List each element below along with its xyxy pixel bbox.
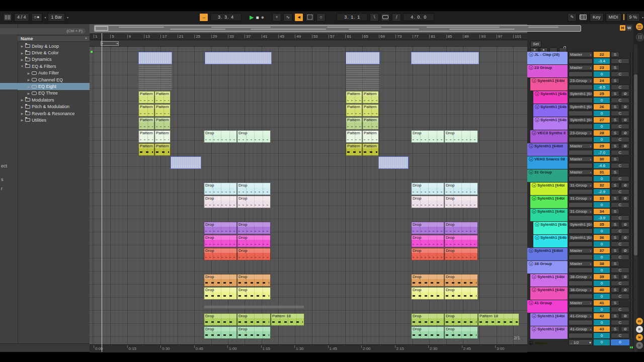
track-slider[interactable] (569, 98, 593, 103)
browser-item-dynamics[interactable]: ▶Dynamics (18, 56, 90, 63)
metronome-dropdown-icon[interactable]: ▾ (44, 16, 46, 19)
track-name[interactable]: ▾Sylenth1 [64bi (530, 78, 568, 90)
clip-audio[interactable] (346, 78, 379, 90)
track-solo-button[interactable]: S (611, 183, 619, 188)
disclosure-triangle-icon[interactable]: ▼ (21, 65, 24, 68)
track-slider[interactable] (569, 241, 593, 247)
track-output-select[interactable]: Sylenth1 [6/▾ (569, 222, 593, 227)
track-arm-button[interactable]: ⊘ (621, 287, 629, 293)
browser-item-channel-eq[interactable]: ▶Channel EQ (18, 76, 90, 83)
clip-drop[interactable]: Drop (237, 313, 271, 326)
track-name[interactable]: ▾Sylenth1 [64b (533, 91, 568, 104)
bar-ruler[interactable]: 1591317212529333741454953576165697377818… (90, 33, 527, 40)
track-pan-control[interactable]: C (611, 124, 629, 129)
clip-drop[interactable]: Drop (204, 313, 237, 326)
clip-drop[interactable]: Drop (237, 130, 271, 143)
overview-view-box[interactable] (95, 26, 108, 31)
disclosure-triangle-icon[interactable]: ▶ (21, 105, 24, 109)
track-output-select[interactable]: 23-Group▾ (569, 78, 593, 83)
track-name[interactable]: ▾Sylenth1 [64bi (530, 196, 568, 208)
computer-midi-keyboard-icon[interactable] (579, 13, 588, 22)
track-output-select[interactable]: Master▾ (569, 156, 593, 162)
track-arm-button[interactable]: ⊘ (621, 196, 629, 201)
lanes-circle-button[interactable] (636, 33, 644, 41)
track-name[interactable]: ▾Sylenth1 [64bi (530, 313, 568, 326)
automation-arm-icon[interactable]: ∿ (283, 13, 292, 22)
track-unfold-icon[interactable]: ▾ (529, 170, 533, 174)
fit-height-button[interactable]: H (620, 25, 625, 31)
track-unfold-icon[interactable]: ▾ (529, 65, 533, 70)
clip-pattern-1[interactable]: Pattern 1 (138, 91, 154, 104)
track-pan-control[interactable]: C (611, 254, 629, 260)
browser-item-drive-color[interactable]: ▶Drive & Color (18, 49, 90, 56)
track-unfold-icon[interactable]: ▾ (532, 327, 536, 331)
track-name[interactable]: ▾Sylenth1 [64bi (530, 183, 568, 195)
track-unfold-icon[interactable]: ▾ (532, 131, 536, 135)
track-solo-button[interactable]: S (611, 300, 619, 306)
clip-pattern-1[interactable]: Pattern 1 (346, 130, 362, 143)
track-slider[interactable] (569, 163, 593, 168)
track-unfold-icon[interactable]: ▾ (529, 261, 533, 266)
track-unfold-icon[interactable]: ▾ (529, 301, 533, 305)
track-output-select[interactable]: Sylenth1 [6/▾ (569, 104, 593, 110)
track-volume-value[interactable]: 0 (594, 111, 610, 116)
track-name[interactable]: ▾Sylenth1 [64b (533, 235, 568, 247)
track-volume-value[interactable]: 0 (594, 281, 610, 286)
track-slider[interactable] (569, 71, 593, 77)
loop-start[interactable]: 3. 1. 1 (337, 13, 368, 21)
track-solo-button[interactable]: S (611, 209, 619, 214)
disclosure-triangle-icon[interactable]: ▶ (27, 92, 30, 95)
track-slider[interactable] (569, 137, 593, 142)
clip-drop[interactable]: Drop (204, 183, 237, 195)
track-volume-value[interactable]: 0 (594, 228, 610, 234)
track-pan-control[interactable]: C (611, 71, 629, 77)
track-output-select[interactable]: 23-Group▾ (569, 130, 593, 136)
clip-pattern-1[interactable]: Pattern 1 (346, 91, 362, 104)
track-arm-button[interactable]: ⊘ (621, 91, 629, 97)
track-name[interactable]: ▾Sylenth1 [64b (533, 104, 568, 117)
track-volume-value[interactable]: 0 (594, 254, 610, 260)
track-solo-button[interactable]: S (611, 130, 619, 136)
quantize-dropdown-icon[interactable]: ▾ (67, 16, 68, 19)
track-name[interactable]: ▾41 Group (527, 300, 568, 313)
track-slider[interactable] (569, 294, 593, 299)
track-solo-button[interactable]: S (611, 117, 619, 123)
clip-audio[interactable] (378, 156, 409, 169)
track-solo-button[interactable]: S (611, 143, 619, 149)
track-output-select[interactable]: 31-Group▾ (569, 183, 593, 188)
track-unfold-icon[interactable]: ▾ (535, 105, 539, 109)
play-button[interactable]: ▶ (250, 14, 254, 21)
midi-overdub-icon[interactable]: ○ (316, 13, 326, 22)
track-volume-value[interactable]: 0 (594, 333, 610, 338)
disclosure-triangle-icon[interactable]: ▶ (21, 112, 24, 115)
clip-audio[interactable] (411, 52, 479, 64)
track-pan-control[interactable]: C (611, 137, 629, 142)
track-output-select[interactable]: 41-Group▾ (569, 326, 593, 332)
clip-pattern-1[interactable]: Pattern 1 (346, 143, 362, 156)
vertical-scrollbar[interactable] (634, 44, 637, 352)
arrangement-overview[interactable] (94, 25, 581, 32)
disclosure-triangle-icon[interactable]: ▶ (21, 58, 24, 61)
track-output-select[interactable]: Sylenth1 [6/▾ (569, 235, 593, 240)
track-solo-button[interactable]: S (611, 52, 619, 57)
clip-drop[interactable]: Drop (204, 196, 237, 208)
track-arm-button[interactable]: ⊘ (621, 274, 629, 280)
track-pan-control[interactable]: C (611, 241, 629, 247)
arrangement-position[interactable]: 3. 3. 4 (210, 13, 242, 21)
track-pan-control[interactable]: C (611, 267, 629, 273)
clip-drop[interactable]: Drop (411, 326, 444, 339)
clip-pattern-1[interactable]: Pattern 1 (362, 104, 379, 117)
track-arm-button[interactable]: ⊘ (621, 235, 629, 240)
scrollbar-thumb[interactable] (634, 74, 637, 255)
track-unfold-icon[interactable]: ▾ (529, 157, 533, 161)
track-volume-value[interactable]: 0 (594, 267, 610, 273)
track-pan-control[interactable]: C (611, 189, 629, 195)
disclosure-triangle-icon[interactable]: ▶ (27, 85, 30, 88)
track-unfold-icon[interactable]: ▾ (532, 183, 536, 188)
track-volume-value[interactable]: -4.6 (594, 163, 610, 168)
clip-drop[interactable]: Drop (204, 326, 237, 339)
track-output-select[interactable]: 41-Group▾ (569, 313, 593, 319)
track-unfold-icon[interactable]: ▾ (535, 118, 539, 122)
clip-audio[interactable] (138, 65, 172, 77)
back-to-arrangement-icon[interactable]: ◄ (294, 13, 303, 22)
